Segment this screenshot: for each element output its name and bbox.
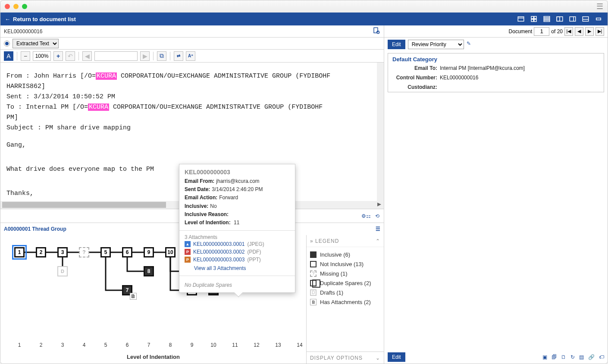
axis-tick: 2 (40, 342, 43, 348)
legend-toggle-icon[interactable]: » (310, 238, 313, 244)
thread-node[interactable]: 5 (100, 247, 111, 257)
panel-icon-6[interactable] (581, 15, 590, 23)
chevron-down-icon[interactable]: ⌄ (376, 355, 380, 361)
footer-icon-5[interactable]: ▤ (579, 354, 584, 360)
svg-rect-5 (544, 16, 550, 18)
node-tooltip: KEL0000000003 Email From:jharris@kcura.c… (179, 164, 295, 293)
zoom-out-button[interactable]: − (21, 51, 30, 61)
thread-node[interactable]: 10 (165, 247, 176, 257)
svg-rect-6 (544, 19, 550, 20)
nav-next-button[interactable]: ▶ (585, 27, 594, 36)
thread-node[interactable]: ? (79, 247, 89, 257)
attachment-type: (JPEG) (247, 241, 264, 247)
panel-icon-3[interactable] (542, 15, 552, 23)
window-minimize[interactable] (13, 4, 19, 9)
hamburger-icon[interactable]: ☰ (596, 2, 603, 11)
attachment-row[interactable]: ▲KEL0000000003.0001(JPEG) (185, 240, 290, 248)
thread-node[interactable]: 2 (36, 247, 46, 257)
thread-menu-icon[interactable]: ☰ (376, 226, 380, 232)
axis-tick: 1 (18, 342, 21, 348)
thread-node[interactable]: 1 (14, 247, 25, 257)
thread-node[interactable]: 3 (57, 247, 68, 257)
view-radio[interactable] (4, 41, 10, 47)
file-type-icon: ▲ (185, 241, 191, 247)
thread-node[interactable]: 9 (144, 247, 154, 257)
legend-label: Inclusive (6) (320, 251, 350, 258)
panel-icon-2[interactable] (529, 15, 539, 23)
thread-node[interactable]: 8 (144, 266, 154, 276)
axis-tick: 9 (191, 342, 194, 348)
edit-button[interactable]: Edit (388, 40, 405, 49)
footer-icon-2[interactable]: 🗐 (552, 354, 557, 360)
svg-rect-10 (570, 17, 576, 22)
highlight-mode-button[interactable]: A (4, 51, 13, 61)
footer-icon-1[interactable]: ▣ (542, 354, 547, 360)
chevron-up-icon[interactable]: ⌃ (376, 238, 380, 244)
legend-label: Duplicate Spares (2) (320, 280, 371, 286)
thread-node[interactable]: 6 (122, 247, 132, 257)
next-hit-button[interactable]: ▶ (140, 51, 150, 61)
axis-tick: 5 (104, 342, 107, 348)
svg-rect-7 (544, 20, 550, 22)
panel-icon-7[interactable] (594, 15, 603, 23)
footer-icon-3[interactable]: 🗋 (561, 354, 566, 360)
field-label: Custodianz: (392, 84, 440, 90)
window-close[interactable] (5, 4, 10, 9)
legend-swatch (310, 261, 317, 267)
svg-rect-12 (596, 18, 601, 20)
search-input[interactable] (94, 51, 138, 61)
axis-tick: 11 (232, 342, 238, 348)
prev-hit-button[interactable]: ◀ (82, 51, 92, 61)
panel-icon-1[interactable] (516, 15, 526, 23)
zoom-in-button[interactable]: + (53, 51, 63, 61)
legend-swatch (310, 251, 317, 258)
popout-button[interactable]: ⧉ (157, 51, 166, 61)
field-value (440, 84, 599, 90)
back-to-list[interactable]: ← Return to document list (5, 16, 76, 22)
svg-rect-4 (534, 19, 536, 22)
arrow-left-icon: ← (5, 16, 10, 22)
nav-last-button[interactable]: ▶| (595, 27, 604, 36)
back-label: Return to document list (13, 16, 76, 22)
window-maximize[interactable] (22, 4, 27, 9)
attachment-row[interactable]: PKEL0000000003.0002(PDF) (185, 248, 290, 256)
footer-icon-4[interactable]: ↻ (570, 354, 575, 360)
attachments-head: 3 Attachments (185, 234, 290, 240)
view-select[interactable]: Extracted Text (13, 39, 59, 48)
attachment-row[interactable]: PKEL0000000003.0003(PPT) (185, 256, 290, 264)
legend-swatch: D (310, 289, 317, 296)
undo-button[interactable]: ↶ (66, 51, 75, 61)
layout-select[interactable]: Review Priority (408, 40, 464, 49)
axis-tick: 6 (126, 342, 129, 348)
pencil-icon[interactable]: ✎ (467, 41, 474, 48)
legend-item: Duplicate Spares (2) (310, 278, 380, 288)
axis-tick: 8 (169, 342, 172, 348)
zoom-level: 100% (33, 51, 51, 61)
compare-button-1[interactable]: ⇄ (174, 51, 183, 61)
swap-pane-icon[interactable]: ⟲ (375, 213, 379, 219)
attachment-type: (PPT) (247, 257, 260, 263)
panel-icon-5[interactable] (568, 15, 577, 23)
nav-prev-button[interactable]: ◀ (575, 27, 583, 36)
legend-swatch (310, 280, 317, 286)
nav-first-button[interactable]: |◀ (564, 27, 573, 36)
vertical-scrollbar[interactable] (377, 63, 384, 201)
category-title: Default Category (388, 53, 604, 63)
thread-tool-icon[interactable]: ⚙⚏ (361, 213, 371, 219)
footer-icon-7[interactable]: 🏷 (599, 354, 604, 360)
doc-badge-icon[interactable] (373, 27, 380, 36)
thread-node[interactable]: D (57, 266, 68, 276)
view-all-attachments[interactable]: View all 3 Attachments (185, 264, 290, 272)
thread-title: A00000001 Thread Group (4, 226, 66, 232)
field-row: Control Number:KEL0000000016 (388, 73, 604, 82)
svg-rect-0 (518, 17, 524, 22)
compare-button-2[interactable]: A⁺ (186, 51, 195, 61)
edit-button-bottom[interactable]: Edit (388, 352, 405, 362)
doc-index-input[interactable] (534, 27, 549, 36)
axis-label: Level of Indentation (0, 354, 306, 360)
footer-icon-6[interactable]: 🔗 (588, 354, 595, 360)
panel-icon-4[interactable] (555, 15, 564, 23)
tooltip-title: KEL0000000003 (179, 164, 295, 177)
axis-tick: 13 (275, 342, 281, 348)
legend-label: Not Inclusive (13) (320, 261, 364, 267)
